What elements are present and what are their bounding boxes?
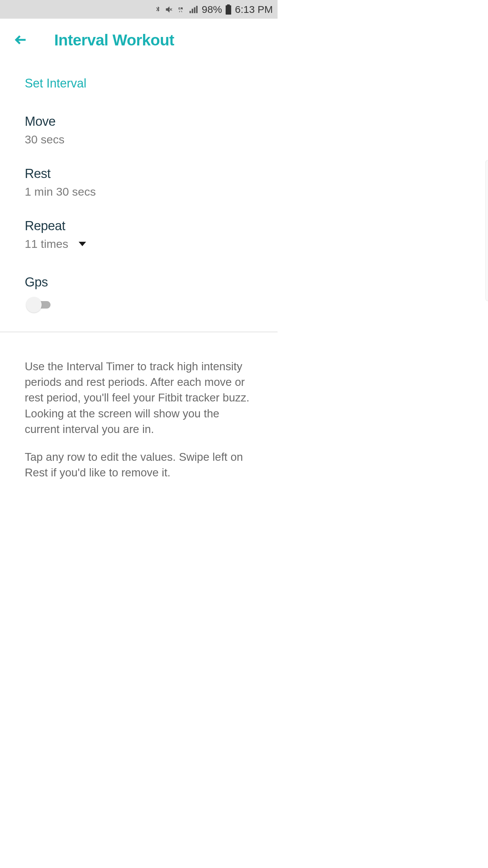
clock-time: 6:13 PM — [235, 4, 273, 15]
status-bar: 98% 6:13 PM — [0, 0, 278, 19]
chevron-down-icon — [79, 242, 86, 246]
vibrate-mute-icon — [164, 5, 175, 14]
setting-row-gps: Gps — [25, 251, 253, 314]
help-paragraph-2: Tap any row to edit the values. Swipe le… — [25, 449, 253, 480]
setting-value-move: 30 secs — [25, 133, 253, 146]
help-text-block: Use the Interval Timer to track high int… — [25, 332, 253, 480]
app-header: Interval Workout — [0, 19, 278, 61]
setting-row-rest[interactable]: Rest 1 min 30 secs — [25, 146, 253, 198]
section-header-set-interval: Set Interval — [25, 61, 253, 94]
svg-rect-0 — [226, 5, 231, 14]
svg-rect-1 — [227, 4, 230, 6]
setting-value-repeat: 11 times — [25, 237, 68, 251]
back-arrow-icon[interactable] — [14, 32, 29, 47]
setting-label-repeat: Repeat — [25, 219, 253, 233]
network-4g-icon — [177, 5, 185, 14]
setting-value-rest: 1 min 30 secs — [25, 185, 253, 198]
status-icons — [154, 4, 198, 15]
setting-row-repeat[interactable]: Repeat 11 times — [25, 198, 253, 251]
page-title: Interval Workout — [54, 31, 174, 49]
bluetooth-icon — [154, 4, 162, 15]
battery-percentage: 98% — [202, 4, 222, 15]
toggle-thumb — [26, 297, 42, 313]
setting-label-rest: Rest — [25, 166, 253, 181]
setting-label-gps: Gps — [25, 275, 253, 290]
battery-icon — [225, 4, 231, 15]
help-paragraph-1: Use the Interval Timer to track high int… — [25, 359, 253, 437]
setting-label-move: Move — [25, 114, 253, 129]
gps-toggle[interactable] — [25, 296, 50, 314]
setting-row-move[interactable]: Move 30 secs — [25, 94, 253, 146]
content-area: Set Interval Move 30 secs Rest 1 min 30 … — [0, 61, 278, 480]
signal-icon — [188, 5, 198, 14]
